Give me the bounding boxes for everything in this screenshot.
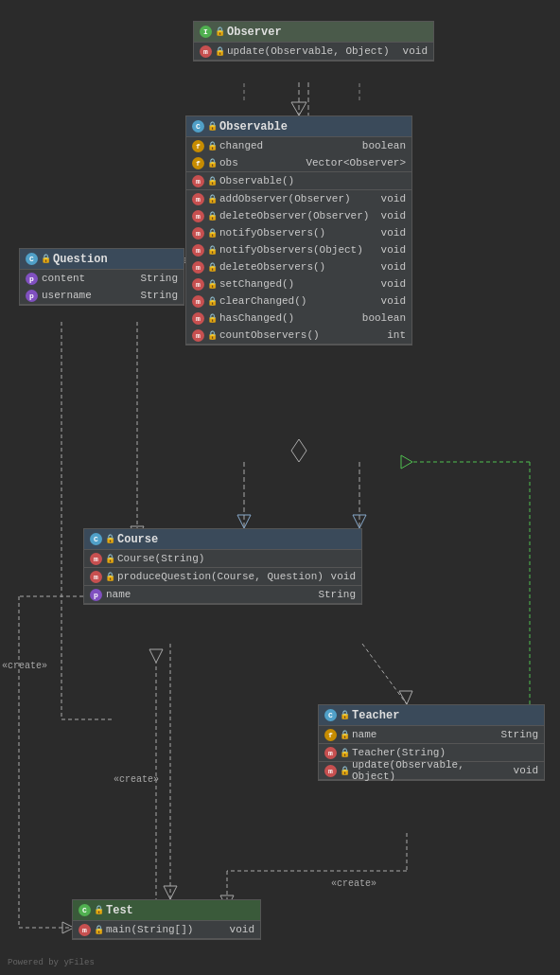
method-name: update(Observable, Object) <box>227 45 390 57</box>
method-addObserver: m 🔒 addObserver(Observer) void <box>186 190 411 207</box>
field-changed: f 🔒 changed boolean <box>186 137 411 154</box>
method-name: notifyObservers() <box>219 227 325 239</box>
method-name: clearChanged() <box>219 295 306 307</box>
observable-header: C 🔒 Observable <box>186 116 411 137</box>
observer-methods-section: m 🔒 update(Observable, Object) void <box>194 43 433 61</box>
create-label-3: «create» <box>331 878 376 889</box>
method-main: m 🔒 main(String[]) void <box>73 921 260 938</box>
course-header: C 🔒 Course <box>84 529 361 550</box>
create-label-2: «create» <box>114 774 159 785</box>
field-type: boolean <box>362 140 406 151</box>
field-icon: p <box>90 589 102 601</box>
create-label-1: «create» <box>2 661 47 671</box>
method-name: main(String[]) <box>106 924 193 935</box>
observable-type-icon: C <box>192 120 204 133</box>
course-fields-section: p name String <box>84 586 361 604</box>
method-teacher-update: m 🔒 update(Observable, Object) void <box>319 762 544 779</box>
teacher-header: C 🔒 Teacher <box>319 705 544 726</box>
svg-marker-9 <box>353 515 366 528</box>
method-notifyObserversObj: m 🔒 notifyObservers(Object) void <box>186 241 411 258</box>
field-name: username <box>42 290 92 301</box>
observable-fields-section: f 🔒 changed boolean f 🔒 obs Vector<Obser… <box>186 137 411 172</box>
observer-lock-icon: 🔒 <box>216 28 223 36</box>
observable-constructors-section: m 🔒 Observable() <box>186 172 411 190</box>
field-name: name <box>352 729 376 740</box>
method-icon: m <box>200 45 212 58</box>
field-teacher-name: f 🔒 name String <box>319 726 544 743</box>
test-methods-section: m 🔒 main(String[]) void <box>73 921 260 939</box>
method-name: setChanged() <box>219 278 294 290</box>
teacher-methods-section: m 🔒 update(Observable, Object) void <box>319 762 544 780</box>
observable-lock-icon: 🔒 <box>208 123 216 131</box>
field-name: changed <box>219 140 263 151</box>
observable-class: C 🔒 Observable f 🔒 changed boolean f 🔒 o… <box>185 115 412 346</box>
method-icon: m <box>90 571 102 583</box>
field-icon: f <box>192 140 204 152</box>
question-fields-section: p content String p username String <box>20 270 184 305</box>
method-name: deleteObservers() <box>219 261 325 273</box>
method-icon: m <box>192 312 204 325</box>
course-class: C 🔒 Course m 🔒 Course(String) m 🔒 produc… <box>83 528 362 605</box>
method-produceQuestion: m 🔒 produceQuestion(Course, Question) vo… <box>84 568 361 585</box>
method-icon: m <box>90 553 102 565</box>
teacher-fields-section: f 🔒 name String <box>319 726 544 744</box>
field-icon: f <box>192 157 204 169</box>
constructor-course: m 🔒 Course(String) <box>84 550 361 567</box>
method-type: void <box>403 45 428 57</box>
method-icon: m <box>324 747 337 759</box>
field-name: name <box>106 589 131 600</box>
svg-marker-21 <box>164 886 177 899</box>
observer-title: Observer <box>227 26 282 39</box>
method-icon: m <box>192 210 204 222</box>
course-methods-section: m 🔒 produceQuestion(Course, Question) vo… <box>84 568 361 586</box>
question-type-icon: C <box>26 253 38 265</box>
field-course-name: p name String <box>84 586 361 603</box>
method-icon: m <box>192 227 204 239</box>
field-icon: p <box>26 290 38 302</box>
method-deleteObservers: m 🔒 deleteObservers() void <box>186 258 411 275</box>
method-notifyObservers: m 🔒 notifyObservers() void <box>186 224 411 241</box>
field-content: p content String <box>20 270 184 287</box>
method-name: notifyObservers(Object) <box>219 244 363 256</box>
method-name: addObserver(Observer) <box>219 193 351 204</box>
method-setChanged: m 🔒 setChanged() void <box>186 275 411 292</box>
question-header: C 🔒 Question <box>20 249 184 270</box>
test-header: C 🔒 Test <box>73 900 260 921</box>
constructor-name: Course(String) <box>117 553 204 564</box>
method-icon: m <box>192 295 204 308</box>
field-icon: p <box>26 273 38 285</box>
method-hasChanged: m 🔒 hasChanged() boolean <box>186 310 411 327</box>
diagram-container: I 🔒 Observer m 🔒 update(Observable, Obje… <box>0 0 560 975</box>
method-clearChanged: m 🔒 clearChanged() void <box>186 292 411 310</box>
question-class: C 🔒 Question p content String p username… <box>19 248 184 306</box>
method-deleteObserver: m 🔒 deleteObserver(Observer) void <box>186 207 411 224</box>
constructor-name: Teacher(String) <box>352 747 446 758</box>
method-name: countObservers() <box>219 329 320 341</box>
course-type-icon: C <box>90 533 102 545</box>
constructor-name: Observable() <box>219 175 294 186</box>
field-obs: f 🔒 obs Vector<Observer> <box>186 154 411 171</box>
method-icon: m <box>192 175 204 187</box>
svg-marker-32 <box>149 649 163 663</box>
method-icon: m <box>192 193 204 205</box>
observer-method-update: m 🔒 update(Observable, Object) void <box>194 43 433 60</box>
method-icon: m <box>192 261 204 274</box>
field-username: p username String <box>20 287 184 304</box>
test-title: Test <box>106 904 133 917</box>
svg-marker-1 <box>291 102 306 115</box>
svg-marker-30 <box>401 455 412 469</box>
observer-class: I 🔒 Observer m 🔒 update(Observable, Obje… <box>193 21 434 62</box>
field-icon: f <box>324 729 337 741</box>
method-icon: m <box>192 329 204 342</box>
svg-marker-8 <box>237 515 251 528</box>
test-class: C 🔒 Test m 🔒 main(String[]) void <box>72 899 261 940</box>
question-title: Question <box>53 253 108 266</box>
svg-line-22 <box>362 644 407 704</box>
method-countObservers: m 🔒 countObservers() int <box>186 327 411 344</box>
constructor-observable: m 🔒 Observable() <box>186 172 411 189</box>
method-name: produceQuestion(Course, Question) <box>117 571 324 582</box>
lock-icon: 🔒 <box>216 47 223 55</box>
method-icon: m <box>192 278 204 291</box>
field-type: Vector<Observer> <box>306 157 406 168</box>
method-icon: m <box>192 244 204 257</box>
